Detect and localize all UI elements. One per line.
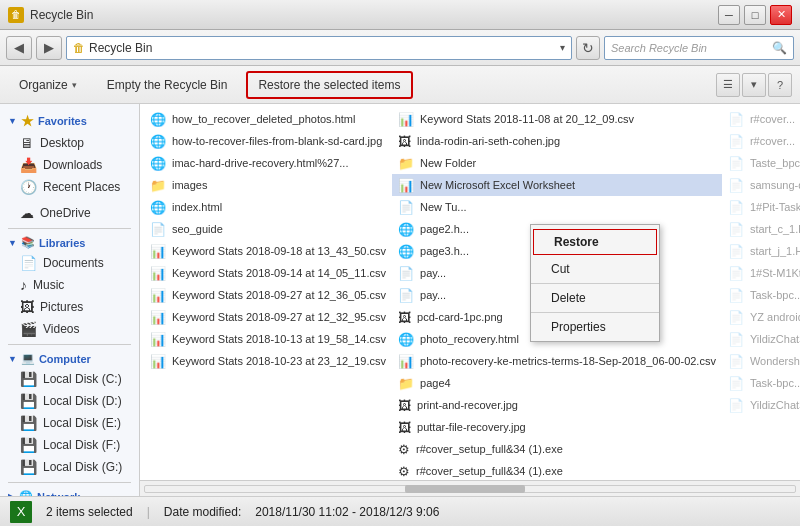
list-item[interactable]: 📄1#Pit-Task-W... [722,196,800,218]
list-item[interactable]: 📄start_c_1.html... [722,218,800,240]
title-bar: 🗑 Recycle Bin ─ □ ✕ [0,0,800,30]
list-item[interactable]: 📄Taste_bpc... [722,152,800,174]
sidebar-divider-1 [8,228,131,229]
organize-arrow: ▾ [72,80,77,90]
minimize-button[interactable]: ─ [718,5,740,25]
list-item[interactable]: 📄YZ android bot... [722,306,800,328]
sidebar-item-onedrive[interactable]: ☁ OneDrive [0,202,139,224]
disk-c-label: Local Disk (C:) [43,372,122,386]
list-item[interactable]: ⚙r#cover_setup_full&34 (1).exe [392,460,722,480]
sidebar-item-disk-f[interactable]: 💾 Local Disk (F:) [0,434,139,456]
context-menu-item-cut[interactable]: Cut [531,257,659,281]
computer-icon: 💻 [21,352,35,365]
list-item[interactable]: 📄Wondershare... [722,350,800,372]
file-list[interactable]: 🌐how_to_recover_deleted_photos.html 🌐how… [140,104,800,480]
list-item[interactable]: 📄YildizChatSetup... [722,394,800,416]
sidebar-item-disk-g[interactable]: 💾 Local Disk (G:) [0,456,139,478]
list-item[interactable]: 📊Keyword Stats 2018-10-13 at 19_58_14.cs… [144,328,392,350]
list-item[interactable]: 📄samsung-dc-to-fo... [722,174,800,196]
help-button[interactable]: ? [768,73,792,97]
sidebar-header-libraries[interactable]: ▼ 📚 Libraries [0,233,139,252]
html-file-icon: 🌐 [150,134,166,149]
list-item[interactable]: 📄1#St-M1Kt... [722,262,800,284]
chevron-computer-icon: ▼ [8,354,17,364]
list-item[interactable]: 📄YildizChatSetup-p... [722,328,800,350]
sidebar-header-favorites[interactable]: ▼ ★ Favorites [0,110,139,132]
onedrive-icon: ☁ [20,205,34,221]
maximize-button[interactable]: □ [744,5,766,25]
list-item[interactable]: 📊Keyword Stats 2018-09-14 at 14_05_11.cs… [144,262,392,284]
disk-c-icon: 💾 [20,371,37,387]
list-item[interactable]: 📁New Folder [392,152,722,174]
empty-recycle-bin-button[interactable]: Empty the Recycle Bin [96,71,239,99]
hscroll-track[interactable] [144,485,796,493]
search-icon[interactable]: 🔍 [772,41,787,55]
list-item[interactable]: 🌐imac-hard-drive-recovery.html%27... [144,152,392,174]
context-menu-item-restore[interactable]: Restore [533,229,657,255]
sidebar-item-downloads[interactable]: 📥 Downloads [0,154,139,176]
search-placeholder: Search Recycle Bin [611,42,768,54]
list-item[interactable]: 📄r#cover... [722,130,800,152]
refresh-button[interactable]: ↻ [576,36,600,60]
sidebar-item-videos[interactable]: 🎬 Videos [0,318,139,340]
restore-selected-button[interactable]: Restore the selected items [246,71,412,99]
sidebar-item-pictures[interactable]: 🖼 Pictures [0,296,139,318]
sidebar-item-disk-c[interactable]: 💾 Local Disk (C:) [0,368,139,390]
organize-button[interactable]: Organize ▾ [8,71,88,99]
sidebar-header-network[interactable]: ▶ 🌐 Network [0,487,139,496]
html-file-icon: 🌐 [398,332,414,347]
search-box[interactable]: Search Recycle Bin 🔍 [604,36,794,60]
list-item[interactable]: 🌐index.html [144,196,392,218]
horizontal-scrollbar[interactable] [140,480,800,496]
list-item[interactable]: 📄New Tu... [392,196,722,218]
text-file-icon: 📄 [150,222,166,237]
sidebar-item-disk-d[interactable]: 💾 Local Disk (D:) [0,390,139,412]
list-item[interactable]: 🖼puttar-file-recovery.jpg [392,416,722,438]
view-icon-button-2[interactable]: ▾ [742,73,766,97]
list-item[interactable]: 📊Keyword Stats 2018-10-23 at 23_12_19.cs… [144,350,392,372]
context-menu-item-properties[interactable]: Properties [531,315,659,339]
sidebar-item-documents[interactable]: 📄 Documents [0,252,139,274]
list-item[interactable]: 🌐how-to-recover-files-from-blank-sd-card… [144,130,392,152]
view-icon-button-1[interactable]: ☰ [716,73,740,97]
forward-button[interactable]: ▶ [36,36,62,60]
list-item[interactable]: 🖼linda-rodin-ari-seth-cohen.jpg [392,130,722,152]
csv-file-icon: 📊 [150,244,166,259]
sidebar-item-music[interactable]: ♪ Music [0,274,139,296]
list-item-selected[interactable]: 📊New Microsoft Excel Worksheet [392,174,722,196]
sidebar-header-computer[interactable]: ▼ 💻 Computer [0,349,139,368]
address-dropdown-icon[interactable]: ▾ [560,42,565,53]
list-item[interactable]: 📄seo_guide [144,218,392,240]
hscroll-thumb[interactable] [405,485,525,493]
list-item[interactable]: 📊Keyword Stats 2018-11-08 at 20_12_09.cs… [392,108,722,130]
list-item[interactable]: 📄start_j_1.Html... [722,240,800,262]
context-menu-item-delete[interactable]: Delete [531,286,659,310]
address-box[interactable]: 🗑 Recycle Bin ▾ [66,36,572,60]
context-menu-divider-2 [531,312,659,313]
videos-icon: 🎬 [20,321,37,337]
list-item[interactable]: 📄r#cover... [722,108,800,130]
sidebar-item-desktop[interactable]: 🖥 Desktop [0,132,139,154]
list-item[interactable]: 📊photo-recovery-ke-metrics-terms-18-Sep-… [392,350,722,372]
list-item[interactable]: 📊Keyword Stats 2018-09-27 at 12_32_95.cs… [144,306,392,328]
chevron-libraries-icon: ▼ [8,238,17,248]
list-item[interactable]: 📁images [144,174,392,196]
documents-label: Documents [43,256,104,270]
sidebar-item-recent-places[interactable]: 🕐 Recent Places [0,176,139,198]
downloads-icon: 📥 [20,157,37,173]
list-item[interactable]: 📁page4 [392,372,722,394]
list-item[interactable]: 🌐how_to_recover_deleted_photos.html [144,108,392,130]
list-item[interactable]: ⚙r#cover_setup_full&34 (1).exe [392,438,722,460]
music-label: Music [33,278,64,292]
list-item[interactable]: 📊Keyword Stats 2018-09-27 at 12_36_05.cs… [144,284,392,306]
close-button[interactable]: ✕ [770,5,792,25]
file-icon: 📄 [728,112,744,127]
sidebar-item-disk-e[interactable]: 💾 Local Disk (E:) [0,412,139,434]
computer-label: Computer [39,353,91,365]
file-icon: 📄 [728,244,744,259]
list-item[interactable]: 📄Task-bpc... [722,284,800,306]
list-item[interactable]: 📊Keyword Stats 2018-09-18 at 13_43_50.cs… [144,240,392,262]
back-button[interactable]: ◀ [6,36,32,60]
list-item[interactable]: 📄Task-bpc... [722,372,800,394]
list-item[interactable]: 🖼print-and-recover.jpg [392,394,722,416]
